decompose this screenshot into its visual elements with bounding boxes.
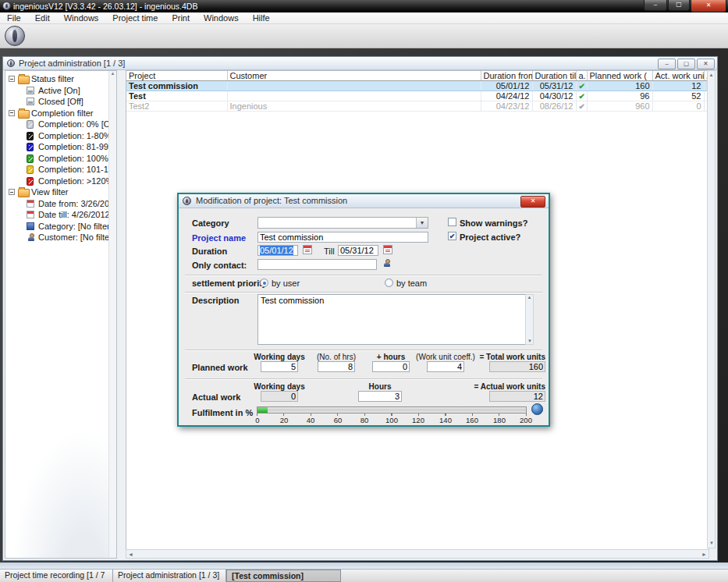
menubar: File Edit Windows Project time Print Win… (0, 12, 728, 24)
dialog-titlebar[interactable]: Modification of project: Test commission… (179, 194, 549, 208)
taskbar-project-administration[interactable]: Project administration [1 / 3] (113, 570, 226, 582)
scroll-up-icon[interactable]: ▲ (526, 295, 533, 300)
show-warnings-checkbox[interactable] (448, 218, 456, 226)
globe-icon[interactable] (531, 403, 543, 415)
table-horizontal-scrollbar[interactable]: ◄ ► (126, 549, 709, 559)
tree-item-completion-1-80[interactable]: Completion: 1-80% [On] (5, 130, 116, 142)
menu-edit[interactable]: Edit (28, 12, 57, 24)
minimize-button[interactable]: – (644, 0, 667, 11)
completion-101-120-icon (27, 165, 34, 174)
app-title: ingeniousV12 [V3.3.42 - 26.03.12] - inge… (13, 2, 197, 11)
col-planned-work[interactable]: Planned work ( (587, 71, 652, 81)
table-row[interactable]: Test2 Ingenious 04/23/12 08/26/12 ✔ 960 … (126, 101, 709, 112)
contact-picker-icon[interactable] (382, 258, 391, 268)
tree-item-closed[interactable]: Closed [Off] (5, 96, 116, 108)
tree-item-active[interactable]: Active [On] (5, 85, 116, 97)
menu-project-time[interactable]: Project time (105, 12, 165, 24)
completion-100-icon (27, 154, 34, 163)
col-project[interactable]: Project (126, 71, 227, 81)
inner-close-button[interactable]: ✕ (697, 59, 715, 69)
collapse-icon[interactable] (9, 189, 15, 195)
by-team-label: by team (396, 279, 427, 288)
actual-hours-input[interactable] (358, 391, 402, 402)
menu-print[interactable]: Print (165, 12, 197, 24)
tree-group-status-filter[interactable]: Status filter (5, 73, 116, 85)
menu-windows-1[interactable]: Windows (57, 12, 106, 24)
check-icon: ✔ (576, 91, 587, 101)
description-label: Description (192, 296, 240, 305)
maximize-button[interactable]: ▢ (668, 0, 690, 11)
menu-hilfe[interactable]: Hilfe (246, 12, 277, 24)
tree-scrollbar[interactable]: ▲ (108, 71, 116, 558)
inner-window-controls: – ▢ ✕ (656, 59, 715, 69)
by-team-radio[interactable] (385, 279, 393, 287)
tree-item-completion-gt120[interactable]: Completion: >120% [On] (5, 176, 116, 187)
inner-window-titlebar[interactable]: Project administration [1 / 3] – ▢ ✕ (3, 57, 717, 70)
scroll-up-icon[interactable]: ▲ (708, 71, 715, 80)
planned-plus-hours-input[interactable] (372, 361, 410, 372)
dialog-icon (183, 197, 191, 205)
tree-item-customer[interactable]: Customer: [No filter] (5, 232, 116, 243)
scroll-right-icon[interactable]: ► (701, 550, 708, 559)
check-icon: ✔ (576, 101, 587, 112)
show-warnings-label: Show warnings? (460, 218, 527, 228)
table-vertical-scrollbar[interactable]: ▲ ▼ (707, 70, 716, 548)
calendar-picker-icon[interactable] (303, 245, 312, 254)
tree-item-date-till[interactable]: Date till: 4/26/2012 (5, 209, 116, 221)
status-closed-icon (27, 98, 34, 105)
tree-item-date-from[interactable]: Date from: 3/26/2012 (5, 198, 116, 210)
collapse-icon[interactable] (9, 110, 15, 116)
description-scrollbar[interactable]: ▲ ▼ (525, 294, 534, 345)
dialog-close-button[interactable]: ✕ (520, 196, 545, 208)
calendar-picker-icon[interactable] (383, 245, 392, 254)
category-dropdown[interactable]: ▼ (257, 217, 428, 229)
tree-item-completion-100[interactable]: Completion: 100% [On] (5, 153, 116, 165)
collapse-icon[interactable] (9, 76, 15, 82)
project-active-checkbox[interactable]: ✔ (448, 232, 456, 240)
tree-item-completion-0[interactable]: Completion: 0% [On] (5, 119, 116, 130)
table-row[interactable]: Test 04/24/12 04/30/12 ✔ 96 52 54 (126, 91, 709, 101)
duration-till-input[interactable] (338, 245, 378, 256)
cell-duration-from: 04/23/12 (481, 101, 532, 112)
tree-item-completion-81-99[interactable]: Completion: 81-99% [On] (5, 141, 116, 153)
col-duration-till[interactable]: Duration till (532, 71, 576, 81)
planned-working-days-input[interactable] (261, 361, 298, 372)
scroll-up-icon[interactable]: ▲ (109, 71, 116, 76)
project-active-label: Project active? (460, 232, 520, 242)
tree-item-category[interactable]: Category: [No filter] (5, 221, 116, 232)
tree-item-label: Customer: [No filter] (38, 232, 115, 243)
chevron-down-icon[interactable]: ▼ (416, 218, 428, 228)
by-user-radio[interactable] (260, 279, 268, 287)
scroll-left-icon[interactable]: ◄ (126, 550, 133, 559)
col-act-work-units[interactable]: Act. work units (652, 71, 704, 81)
taskbar-project-time-recording[interactable]: Project time recording [1 / 7 / 8] (0, 570, 113, 582)
duration-from-input[interactable]: 05/01/12 (257, 245, 298, 256)
scroll-down-icon[interactable]: ▼ (709, 539, 714, 548)
description-textarea[interactable]: Test commission (257, 294, 533, 345)
tree-group-view-filter[interactable]: View filter (5, 186, 116, 198)
completion-81-99-icon (27, 143, 34, 151)
col-duration-from[interactable]: Duration from (481, 71, 532, 81)
tree-group-completion-filter[interactable]: Completion filter (5, 108, 116, 119)
only-contact-input[interactable] (257, 259, 377, 270)
col-customer[interactable]: Customer (227, 71, 481, 81)
tick-label: 100 (385, 416, 398, 424)
scroll-down-icon[interactable]: ▼ (527, 339, 532, 343)
planned-no-of-hrs-input[interactable] (318, 361, 355, 372)
inner-minimize-button[interactable]: – (658, 59, 676, 69)
cell-customer: Ingenious (227, 101, 481, 112)
col-active[interactable]: a. (576, 71, 587, 81)
menu-windows-2[interactable]: Windows (197, 12, 246, 24)
tree-item-label: Active [On] (38, 85, 80, 97)
till-label: Till (324, 247, 335, 256)
inner-maximize-button[interactable]: ▢ (677, 59, 695, 69)
tree-item-completion-101-120[interactable]: Completion: 101-120% [On] (5, 164, 116, 176)
project-name-input[interactable] (257, 232, 428, 243)
planned-work-unit-coeff-input[interactable] (427, 361, 464, 372)
close-button[interactable]: ✕ (691, 0, 726, 12)
table-row[interactable]: Test commission 05/01/12 05/31/12 ✔ 160 … (126, 81, 709, 91)
project-name-label: Project name (192, 233, 246, 243)
taskbar-test-commission[interactable]: [Test commission] (226, 570, 341, 582)
tick-label: 60 (334, 416, 343, 424)
menu-file[interactable]: File (0, 12, 28, 24)
